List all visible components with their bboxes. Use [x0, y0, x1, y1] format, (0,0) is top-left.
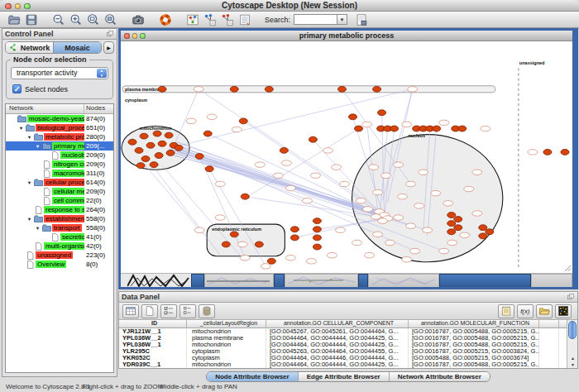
background-window-content[interactable] — [204, 274, 274, 287]
graph-label-node[interactable] — [273, 173, 283, 178]
graph-node[interactable] — [290, 235, 299, 241]
graph-node[interactable] — [349, 114, 357, 120]
expand-arrow-icon[interactable]: ▼ — [26, 180, 33, 185]
graph-node[interactable] — [140, 133, 148, 139]
graph-node[interactable] — [447, 213, 456, 218]
search-combobox[interactable]: ▼ — [294, 14, 347, 25]
graph-node[interactable] — [175, 145, 183, 151]
graph-label-node[interactable] — [215, 215, 225, 220]
graph-label-node[interactable] — [281, 160, 291, 165]
graph-label-node[interactable] — [371, 214, 381, 219]
column-header[interactable]: ID — [119, 320, 187, 327]
graph-node[interactable] — [447, 221, 456, 227]
attribute-form-button[interactable] — [236, 12, 253, 27]
graph-label-node[interactable] — [335, 227, 345, 232]
zoom-fit-button[interactable] — [84, 12, 102, 27]
graph-label-node[interactable] — [306, 259, 316, 264]
copy-attributes-2-button[interactable] — [218, 12, 236, 27]
graph-node[interactable] — [241, 194, 249, 199]
graph-node[interactable] — [458, 126, 467, 131]
expand-arrow-icon[interactable]: ▼ — [26, 217, 33, 222]
graph-node[interactable] — [447, 229, 456, 235]
graph-label-node[interactable] — [186, 118, 196, 123]
graph-node[interactable] — [313, 235, 321, 241]
graph-node[interactable] — [222, 241, 230, 247]
new-document-button[interactable] — [141, 304, 158, 318]
graph-node[interactable] — [454, 217, 462, 222]
expand-arrow-icon[interactable]: ▼ — [34, 226, 41, 231]
tree-row[interactable]: ▼primary metabo209(... — [6, 141, 113, 151]
graph-node[interactable] — [203, 131, 212, 136]
expand-arrow-icon[interactable]: ▼ — [34, 144, 41, 149]
background-window-content[interactable] — [285, 274, 358, 287]
graph-node[interactable] — [337, 86, 346, 92]
network-canvas[interactable]: plasma membranecytoplasmmitochondrionnuc… — [121, 41, 572, 273]
table-row[interactable]: YPL036W__2plasma membrane[GO:0044464, GO… — [119, 335, 567, 342]
graph-label-node[interactable] — [385, 240, 395, 245]
tree-row[interactable]: ▼biological_process651(0) — [6, 123, 113, 132]
background-window-titlebar[interactable] — [439, 274, 531, 287]
tree-row[interactable]: secretion41(0) — [6, 232, 113, 241]
tree-row[interactable]: mosaic-demo-yeast874(0) — [6, 114, 113, 123]
attribute-table[interactable]: ID_cellularLayoutRegionannotation.GO CEL… — [119, 320, 577, 368]
expand-arrow-icon[interactable]: ▼ — [17, 126, 25, 131]
graph-label-node[interactable] — [285, 255, 295, 260]
graph-label-node[interactable] — [408, 87, 418, 92]
graph-label-node[interactable] — [365, 252, 375, 257]
column-header[interactable]: annotation.GO CELLULAR_COMPONENT — [266, 320, 409, 327]
graph-label-node[interactable] — [402, 257, 412, 262]
graph-node[interactable] — [230, 86, 238, 92]
zoom-in-button[interactable] — [67, 12, 84, 27]
graph-label-node[interactable] — [381, 173, 391, 178]
graph-node[interactable] — [479, 233, 487, 239]
graph-label-node[interactable] — [362, 122, 372, 127]
graph-label-node[interactable] — [406, 181, 416, 186]
graph-node[interactable] — [136, 163, 145, 169]
graph-node[interactable] — [166, 150, 175, 155]
zoom-out-button[interactable] — [50, 12, 67, 27]
graph-node[interactable] — [128, 139, 136, 145]
graph-label-node[interactable] — [443, 201, 453, 206]
graph-label-node[interactable] — [398, 194, 408, 198]
column-header[interactable]: annotation.GO MOLECULAR_FUNCTION — [409, 320, 539, 327]
table-button[interactable] — [122, 304, 139, 318]
tab-node-attribute-browser[interactable]: Node Attribute Browser — [207, 372, 298, 381]
background-window-titlebar[interactable] — [358, 274, 368, 287]
graph-label-node[interactable] — [323, 148, 333, 153]
background-window-content[interactable] — [368, 274, 439, 287]
graph-label-node[interactable] — [406, 223, 416, 228]
graph-node[interactable] — [486, 229, 494, 235]
graph-label-node[interactable] — [339, 181, 349, 186]
search-input[interactable] — [294, 14, 337, 25]
tree-row[interactable]: macromolecule311(0) — [6, 169, 113, 178]
graph-node[interactable] — [479, 225, 487, 231]
graph-label-node[interactable] — [472, 170, 482, 174]
graph-label-node[interactable] — [215, 181, 225, 186]
background-window-titlebar[interactable] — [274, 274, 285, 287]
graph-label-node[interactable] — [460, 232, 470, 237]
graph-node[interactable] — [158, 86, 166, 92]
graph-label-node[interactable] — [232, 127, 242, 131]
matrix-view-button[interactable] — [555, 304, 572, 318]
graph-node[interactable] — [155, 153, 163, 159]
tree-row[interactable]: Overview8(0) — [6, 260, 113, 269]
graph-label-node[interactable] — [285, 185, 295, 190]
graph-label-node[interactable] — [464, 186, 474, 191]
graph-node[interactable] — [158, 141, 166, 146]
graph-label-node[interactable] — [528, 150, 538, 155]
graph-node[interactable] — [543, 149, 552, 155]
tab-network-attribute-browser[interactable]: Network Attribute Browser — [389, 372, 490, 381]
graph-node[interactable] — [313, 244, 321, 250]
zoom-region-button[interactable] — [102, 12, 119, 27]
graph-node[interactable] — [195, 154, 203, 160]
graph-label-node[interactable] — [373, 232, 383, 237]
search-dropdown-arrow-icon[interactable]: ▼ — [337, 14, 347, 25]
graph-label-node[interactable] — [240, 255, 250, 260]
tab-overflow-button[interactable]: ▶ — [103, 41, 114, 54]
graph-node[interactable] — [230, 232, 238, 237]
tree-row[interactable]: ▼cellular process614(0) — [6, 178, 113, 187]
graph-node[interactable] — [290, 227, 299, 232]
graph-label-node[interactable] — [369, 165, 379, 170]
notepad-button[interactable] — [498, 304, 514, 318]
graph-node[interactable] — [135, 147, 143, 153]
